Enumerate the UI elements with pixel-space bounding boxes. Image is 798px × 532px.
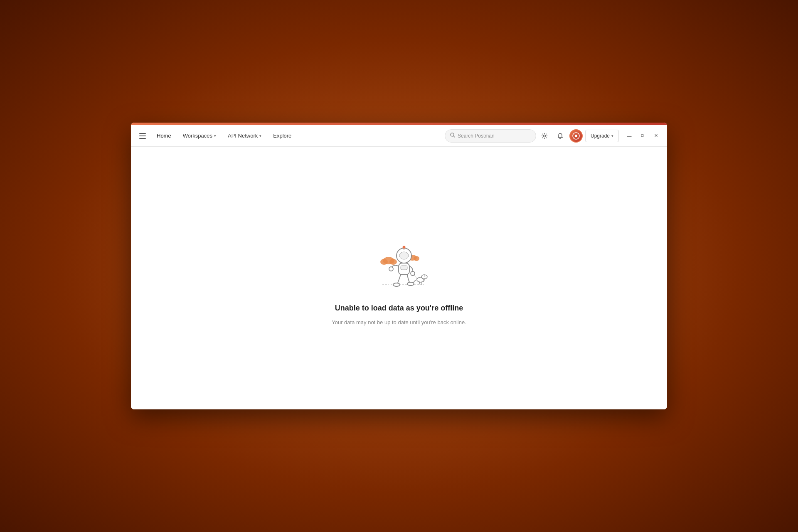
hamburger-icon [139,138,146,139]
navbar: Home Workspaces ▾ API Network ▾ Explore [131,125,667,147]
offline-illustration-svg [357,231,441,297]
hamburger-icon [139,135,146,136]
svg-line-1 [453,136,455,137]
svg-point-25 [424,276,425,276]
gear-icon [541,133,548,139]
close-button[interactable]: ✕ [650,130,662,142]
search-placeholder-text: Search Postman [458,133,495,139]
svg-point-22 [407,282,414,286]
offline-title: Unable to load data as you're offline [335,304,463,313]
svg-point-21 [393,283,400,286]
offline-subtitle: Your data may not be up to date until yo… [332,319,466,325]
svg-point-2 [543,135,545,137]
svg-point-12 [414,256,419,261]
svg-point-19 [389,267,393,271]
bell-icon [557,133,564,139]
navbar-left: Home Workspaces ▾ API Network ▾ Explore [136,129,443,143]
svg-point-4 [575,135,577,137]
hamburger-button[interactable] [136,129,149,143]
offline-container: Unable to load data as you're offline Yo… [332,231,466,325]
avatar[interactable] [569,129,583,143]
upgrade-button[interactable]: Upgrade ▾ [585,130,619,142]
postman-logo-icon [572,132,580,140]
navbar-right: Upgrade ▾ — ⧉ ✕ [538,129,662,143]
window-controls: — ⧉ ✕ [623,130,662,142]
app-window: Home Workspaces ▾ API Network ▾ Explore [131,123,667,409]
offline-illustration [357,231,441,297]
restore-button[interactable]: ⧉ [636,130,649,142]
notifications-button[interactable] [554,129,567,143]
search-icon [450,133,455,139]
svg-rect-18 [401,266,407,270]
search-bar[interactable]: Search Postman [445,129,536,143]
api-network-nav-item[interactable]: API Network ▾ [224,130,266,141]
svg-point-14 [399,252,409,259]
hamburger-icon [139,133,146,134]
svg-point-8 [380,259,388,265]
main-content: Unable to load data as you're offline Yo… [131,147,667,409]
workspaces-nav-item[interactable]: Workspaces ▾ [179,130,220,141]
chevron-down-icon: ▾ [259,134,261,138]
settings-button[interactable] [538,129,551,143]
chevron-down-icon: ▾ [611,134,613,138]
minimize-button[interactable]: — [623,130,635,142]
svg-point-9 [389,259,397,265]
chevron-down-icon: ▾ [214,134,216,138]
explore-nav-item[interactable]: Explore [269,130,296,141]
home-nav-item[interactable]: Home [153,130,175,141]
avatar-inner [570,130,582,142]
